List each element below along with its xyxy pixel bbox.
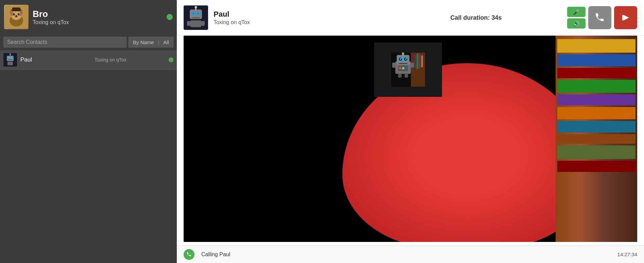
svg-rect-55 [398,73,402,78]
main-panel: Paul Toxing on qTox Call duration: 34s 🎤… [177,0,644,263]
call-bottom-icon [184,249,194,260]
svg-rect-39 [417,54,419,69]
avatar [4,5,29,29]
contact-avatar [3,53,17,67]
video-button[interactable] [614,6,637,29]
filter-all-button[interactable]: All [159,37,173,47]
svg-point-49 [406,58,407,59]
svg-point-25 [193,13,194,14]
svg-point-59 [402,67,405,70]
svg-rect-14 [7,56,14,61]
svg-rect-32 [201,21,205,26]
call-info: Paul Toxing on qTox [214,10,385,25]
call-contact-name: Paul [214,10,385,19]
svg-rect-20 [7,62,13,65]
filter-buttons: By Name | All [129,37,173,48]
svg-rect-17 [8,59,13,60]
svg-rect-4 [12,7,20,11]
svg-rect-50 [399,63,408,64]
mute-button[interactable]: 🎤 [567,7,586,17]
call-contact-avatar [184,5,208,30]
video-area [184,36,637,242]
svg-rect-54 [411,63,414,68]
call-bottom-bar: Calling Paul 14:27:34 [177,245,644,263]
svg-point-19 [10,53,11,55]
svg-rect-40 [419,54,421,68]
svg-point-58 [399,67,402,70]
sidebar: Bro Toxing on qTox By Name | All [0,0,177,263]
mic-vol-group: 🎤 🔊 [567,7,586,29]
call-contact-status: Toxing on qTox [214,19,385,25]
svg-marker-33 [624,15,629,20]
svg-rect-31 [187,21,190,26]
svg-rect-34 [622,15,624,20]
svg-rect-38 [414,55,416,68]
svg-rect-27 [192,17,200,18]
contact-status-text: Toxing on qTox [95,57,165,63]
call-time: 14:27:34 [617,251,637,257]
call-duration: Call duration: 34s [390,14,562,21]
svg-point-15 [8,57,10,59]
svg-rect-30 [190,20,201,27]
svg-point-48 [401,58,402,59]
empty-contacts-area [0,157,177,263]
profile-info: Bro Toxing on qTox [33,9,163,25]
online-status-indicator [167,14,173,20]
contacts-list: Paul Toxing on qTox [0,50,177,157]
video-bookshelf [556,36,637,242]
svg-point-26 [198,13,199,14]
search-bar: By Name | All [0,34,177,50]
svg-rect-53 [392,63,396,68]
video-background [184,36,637,242]
contact-item[interactable]: Paul Toxing on qTox [0,50,177,70]
svg-point-7 [14,14,15,14]
profile-header: Bro Toxing on qTox [0,0,177,34]
svg-point-16 [11,57,13,59]
call-controls: 🎤 🔊 [567,6,637,29]
filter-by-name-button[interactable]: By Name [129,37,158,47]
pip-window [374,42,442,97]
profile-status: Toxing on qTox [33,19,163,25]
calling-text: Calling Paul [201,251,230,258]
call-header: Paul Toxing on qTox Call duration: 34s 🎤… [177,0,644,36]
svg-rect-56 [405,73,408,78]
call-button[interactable] [588,6,611,29]
svg-rect-41 [421,55,423,67]
search-input[interactable] [3,37,126,48]
svg-point-10 [16,15,17,17]
contact-online-dot [169,57,173,62]
profile-name: Bro [33,9,163,19]
svg-point-60 [405,67,408,70]
volume-button[interactable]: 🔊 [567,18,586,29]
contact-name: Paul [20,56,91,63]
